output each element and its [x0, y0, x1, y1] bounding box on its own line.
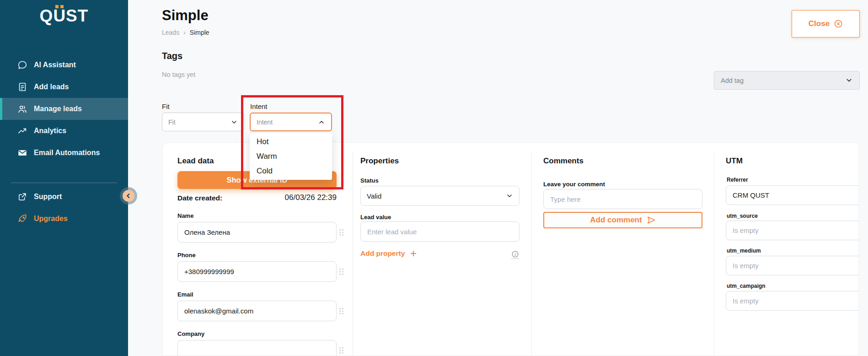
company-input[interactable]	[177, 340, 337, 356]
sidebar-item-label: Analytics	[34, 127, 66, 135]
section-divider	[353, 151, 353, 356]
sidebar-item-label: Upgrades	[34, 215, 68, 223]
intent-option-cold[interactable]: Cold	[250, 164, 332, 178]
lead-data-heading: Lead data	[177, 156, 214, 166]
status-select[interactable]: Valid	[360, 186, 520, 206]
app-logo: QUST	[0, 6, 128, 26]
breadcrumb: Leads › Simple	[162, 29, 209, 36]
lead-detail-page: QUST AI Assistant Add leads Manage leads…	[0, 0, 868, 356]
logo-umlaut-dots	[55, 5, 64, 8]
logo-letters-st: ST	[66, 6, 88, 25]
add-comment-label: Add comment	[590, 216, 642, 225]
referrer-label: Referrer	[727, 177, 748, 183]
fit-select[interactable]: Fit	[162, 113, 244, 131]
properties-heading: Properties	[360, 156, 399, 166]
intent-option-hot[interactable]: Hot	[250, 135, 332, 149]
external-link-icon	[17, 192, 27, 202]
sidebar-item-upgrades[interactable]: Upgrades	[0, 208, 128, 230]
utm-medium-input[interactable]	[726, 256, 859, 275]
sidebar-item-manage-leads[interactable]: Manage leads	[0, 98, 128, 120]
page-title: Simple	[162, 7, 209, 24]
chevron-down-icon	[506, 192, 513, 200]
intent-select[interactable]: Intent	[250, 113, 332, 131]
document-icon	[17, 82, 27, 92]
comment-label: Leave your comment	[543, 181, 605, 188]
trend-icon	[17, 126, 27, 136]
add-property-button[interactable]: Add property	[360, 249, 418, 258]
status-select-value: Valid	[367, 192, 381, 200]
fit-select-value: Fit	[168, 119, 176, 126]
sidebar-item-add-leads[interactable]: Add leads	[0, 76, 128, 98]
add-tag-label: Add tag	[721, 77, 744, 84]
phone-input[interactable]	[177, 261, 337, 282]
sidebar-item-ai-assistant[interactable]: AI Assistant	[0, 54, 128, 76]
phone-label: Phone	[177, 252, 196, 259]
intent-option-warm[interactable]: Warm	[250, 149, 332, 164]
envelope-icon	[17, 148, 27, 158]
chevron-left-icon	[123, 190, 134, 202]
logo-letter-u: U	[53, 6, 66, 26]
sidebar-item-analytics[interactable]: Analytics	[0, 120, 128, 142]
comments-heading: Comments	[543, 156, 584, 166]
sidebar-item-label: AI Assistant	[34, 61, 76, 69]
chevron-down-icon	[230, 119, 238, 126]
users-icon	[17, 104, 27, 114]
sidebar-item-label: Support	[34, 193, 62, 201]
lead-value-input[interactable]	[360, 221, 520, 242]
lead-value-label: Lead value	[360, 214, 391, 221]
sidebar-collapse-toggle[interactable]	[120, 187, 137, 205]
utm-source-label: utm_source	[727, 213, 758, 219]
close-button[interactable]: Close	[792, 10, 860, 38]
email-label: Email	[177, 291, 193, 298]
utm-medium-label: utm_medium	[727, 248, 761, 254]
drag-dots-icon[interactable]	[339, 268, 344, 277]
add-comment-button[interactable]: Add comment	[543, 212, 702, 228]
utm-heading: UTM	[726, 156, 743, 166]
section-divider	[531, 151, 532, 356]
name-input[interactable]	[177, 222, 337, 243]
close-circle-icon	[834, 19, 843, 28]
breadcrumb-separator: ›	[183, 29, 186, 36]
email-input[interactable]	[177, 301, 337, 321]
sidebar: QUST AI Assistant Add leads Manage leads…	[0, 0, 128, 356]
date-created-value: 06/03/26 22:39	[177, 193, 337, 202]
status-label: Status	[360, 177, 379, 184]
breadcrumb-current: Simple	[190, 29, 209, 36]
close-button-label: Close	[809, 19, 830, 28]
rocket-icon	[17, 214, 27, 224]
intent-select-value: Intent	[257, 119, 273, 126]
chat-bubble-icon	[17, 60, 27, 70]
drag-dots-icon[interactable]	[339, 307, 344, 317]
tags-empty-text: No tags yet	[162, 71, 195, 78]
name-label: Name	[177, 212, 193, 219]
chevron-up-icon	[318, 119, 325, 126]
chevron-down-icon	[845, 76, 853, 84]
add-tag-select[interactable]: Add tag	[714, 71, 860, 90]
breadcrumb-parent[interactable]: Leads	[162, 29, 179, 36]
add-property-label: Add property	[360, 249, 405, 258]
plus-icon	[409, 249, 418, 258]
info-icon[interactable]	[511, 250, 519, 259]
tags-heading: Tags	[162, 51, 182, 61]
sidebar-divider	[11, 183, 117, 183]
sidebar-item-support[interactable]: Support	[0, 186, 128, 208]
intent-options-dropdown: Hot Warm Cold	[250, 133, 332, 180]
sidebar-item-email-automations[interactable]: Email Automations	[0, 142, 128, 164]
utm-campaign-input[interactable]	[726, 291, 859, 311]
fit-label: Fit	[162, 102, 170, 110]
send-icon	[647, 216, 656, 225]
utm-campaign-label: utm_campaign	[727, 283, 766, 289]
logo-letter-q: Q	[40, 6, 54, 25]
drag-dots-icon[interactable]	[339, 347, 344, 356]
sidebar-item-label: Add leads	[34, 83, 69, 91]
utm-source-input[interactable]	[726, 221, 859, 240]
sidebar-item-label: Email Automations	[34, 149, 100, 157]
active-indicator-bar	[0, 98, 2, 120]
sidebar-item-label: Manage leads	[34, 105, 82, 113]
referrer-input[interactable]	[726, 185, 859, 205]
drag-dots-icon[interactable]	[339, 229, 344, 238]
intent-label: Intent	[250, 102, 268, 110]
comment-input[interactable]	[543, 189, 702, 209]
section-divider	[714, 151, 714, 356]
company-label: Company	[177, 330, 204, 337]
